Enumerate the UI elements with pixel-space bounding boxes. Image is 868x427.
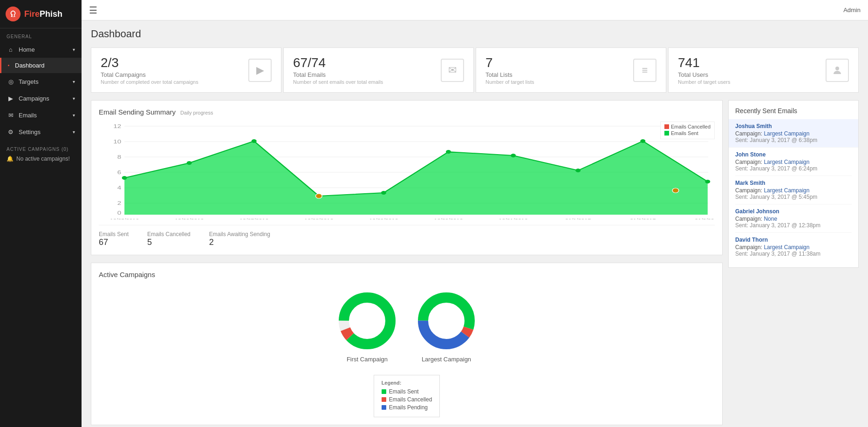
chart-title: Email Sending Summary	[99, 108, 176, 116]
chart-svg: 12 10 8 6 4 2 0	[99, 122, 715, 219]
chart-stat-sent: Emails Sent 67	[99, 231, 129, 247]
stat-info-lists: 7 Total Lists Number of target lists	[485, 55, 534, 85]
svg-text:12/31/2016: 12/31/2016	[499, 218, 528, 219]
svg-text:12/27/2016: 12/27/2016	[239, 218, 268, 219]
sidebar-item-emails[interactable]: ✉ Emails ▾	[0, 107, 82, 123]
stat-card-lists: 7 Total Lists Number of target lists ≡	[476, 47, 666, 93]
user-icon	[826, 59, 849, 82]
svg-point-18	[315, 194, 322, 198]
general-label: GENERAL	[0, 28, 82, 41]
chart-subtitle: Daily progress	[180, 110, 213, 115]
svg-text:01/1/2017: 01/1/2017	[565, 218, 591, 219]
rs-campaign-1: Campaign: Largest Campaign	[735, 159, 852, 165]
sidebar-item-dashboard[interactable]: Dashboard	[0, 58, 82, 73]
sidebar-item-targets[interactable]: ◎ Targets ▾	[0, 73, 82, 90]
donut-first-svg	[337, 291, 397, 351]
stat-info-emails: 67/74 Total Emails Number of sent emails…	[293, 55, 383, 85]
svg-text:01/3/2017: 01/3/2017	[695, 218, 715, 219]
left-column: Email Sending Summary Daily progress	[91, 100, 723, 425]
first-campaign-label: First Campaign	[347, 356, 388, 363]
rs-sent-3: Sent: January 3, 2017 @ 12:38pm	[735, 222, 852, 229]
svg-text:4: 4	[117, 185, 121, 190]
svg-text:6: 6	[117, 169, 121, 175]
logo-text: FirePhish	[24, 9, 62, 19]
stat-info-users: 741 Total Users Number of target users	[678, 55, 731, 85]
bell-icon: 🔔	[7, 156, 14, 162]
legend-row-cancelled: Emails Cancelled	[382, 396, 432, 403]
rs-sent-2: Sent: January 3, 2017 @ 5:45pm	[735, 194, 852, 200]
sidebar-item-settings[interactable]: ⚙ Settings ▾	[0, 123, 82, 140]
rs-sent-0: Sent: January 3, 2017 @ 6:38pm	[735, 137, 852, 143]
sidebar-item-home[interactable]: ⌂ Home ▾	[0, 41, 82, 58]
rs-name-0: Joshua Smith	[735, 123, 852, 129]
cancelled-legend-dot	[382, 397, 386, 402]
svg-text:12/29/2016: 12/29/2016	[369, 218, 398, 219]
content-area: Dashboard 2/3 Total Campaigns Number of …	[82, 20, 868, 427]
svg-text:10: 10	[113, 139, 121, 144]
right-column: Recently Sent Emails Joshua Smith Campai…	[728, 100, 859, 425]
svg-marker-14	[124, 141, 708, 215]
page-title: Dashboard	[91, 28, 859, 40]
rs-name-2: Mark Smith	[735, 180, 852, 186]
largest-campaign-label: Largest Campaign	[422, 356, 471, 363]
stat-label-lists: Total Lists	[485, 71, 534, 78]
active-campaigns-section: Active Campaigns	[91, 263, 723, 425]
svg-point-22	[575, 169, 581, 172]
svg-point-16	[187, 161, 192, 165]
svg-point-0	[835, 67, 839, 70]
settings-icon: ⚙	[7, 128, 15, 136]
donut-largest-svg	[416, 291, 477, 351]
active-campaigns-title: Active Campaigns	[99, 271, 715, 278]
svg-point-23	[640, 139, 645, 143]
stat-label-emails: Total Emails	[293, 71, 383, 78]
chart-container: 12 10 8 6 4 2 0	[99, 122, 715, 219]
settings-chevron: ▾	[73, 129, 75, 135]
stat-value-campaigns: 2/3	[101, 55, 198, 70]
targets-icon: ◎	[7, 77, 15, 86]
chart-header: Email Sending Summary Daily progress	[99, 108, 715, 116]
stat-desc-emails: Number of sent emails over total emails	[293, 79, 383, 85]
svg-point-21	[511, 154, 516, 157]
sidebar-item-campaigns[interactable]: ▶ Campaigns ▾	[0, 90, 82, 107]
donut-charts-row: First Campaign	[99, 286, 715, 367]
topbar: ☰ Admin	[82, 0, 868, 20]
svg-point-19	[381, 191, 386, 195]
campaigns-icon: ▶	[7, 94, 15, 102]
chart-stats: Emails Sent 67 Emails Cancelled 5 Emails…	[99, 225, 715, 247]
dashboard-icon	[8, 65, 9, 66]
rs-name-4: David Thorn	[735, 237, 852, 243]
stat-card-campaigns: 2/3 Total Campaigns Number of completed …	[91, 47, 281, 93]
recently-sent-section: Recently Sent Emails Joshua Smith Campai…	[728, 100, 859, 268]
svg-point-17	[252, 139, 257, 143]
svg-point-20	[446, 150, 451, 154]
legend-cancelled: Emails Cancelled	[664, 124, 711, 129]
stat-card-emails: 67/74 Total Emails Number of sent emails…	[283, 47, 474, 93]
email-icon: ✉	[441, 59, 464, 82]
svg-text:0: 0	[117, 210, 121, 216]
active-campaigns-sidebar: ACTIVE CAMPAIGNS (0) 🔔 No active campaig…	[0, 142, 82, 167]
campaigns-legend-box: Legend: Emails Sent Emails Cancelled Ema…	[374, 375, 440, 417]
rs-item-0: Joshua Smith Campaign: Largest Campaign …	[729, 119, 858, 148]
sent-legend-dot	[382, 389, 386, 394]
svg-point-44	[429, 304, 464, 338]
cancelled-dot	[664, 124, 669, 129]
stat-desc-campaigns: Number of completed over total campaigns	[101, 79, 198, 85]
rs-item-3: Gabriel Johnson Campaign: None Sent: Jan…	[735, 204, 852, 233]
rs-campaign-0: Campaign: Largest Campaign	[735, 130, 852, 137]
emails-chevron: ▾	[73, 113, 75, 118]
stat-desc-lists: Number of target lists	[485, 79, 534, 85]
rs-campaign-4: Campaign: Largest Campaign	[735, 244, 852, 251]
sent-dot	[664, 131, 669, 136]
svg-point-25	[705, 180, 710, 183]
no-active-campaigns: 🔔 No active campaigns!	[7, 156, 75, 162]
main-content: ☰ Admin Dashboard 2/3 Total Campaigns Nu…	[82, 0, 868, 427]
stat-value-users: 741	[678, 55, 731, 70]
stat-card-users: 741 Total Users Number of target users	[668, 47, 859, 93]
rs-name-3: Gabriel Johnson	[735, 208, 852, 215]
rs-name-1: John Stone	[735, 151, 852, 158]
stats-row: 2/3 Total Campaigns Number of completed …	[91, 47, 859, 93]
legend-row-sent: Emails Sent	[382, 388, 432, 395]
hamburger-button[interactable]: ☰	[89, 5, 97, 16]
svg-point-39	[350, 304, 384, 338]
donut-largest-campaign: Largest Campaign	[416, 291, 477, 363]
